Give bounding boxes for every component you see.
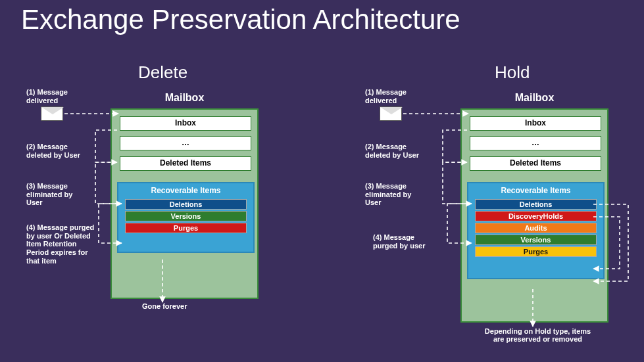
page-title: Exchange Preservation Architecture: [21, 4, 460, 35]
mailbox-panel-hold: Inbox … Deleted Items Recoverable Items …: [460, 108, 608, 323]
row-deletions-left: Deletions: [125, 199, 247, 210]
footer-depends: Depending on Hold type, items are preser…: [483, 327, 592, 343]
folder-dots-right: …: [470, 136, 601, 150]
row-purges-right: Purges: [475, 246, 597, 257]
footer-gone: Gone forever: [142, 302, 221, 310]
mailbox-label-left: Mailbox: [111, 92, 259, 104]
mailbox-panel-delete: Inbox … Deleted Items Recoverable Items …: [111, 108, 259, 299]
folder-deleted-right: Deleted Items: [470, 156, 601, 171]
label-2-left: (2) Message deleted by User: [26, 143, 86, 159]
folder-deleted-left: Deleted Items: [120, 156, 251, 171]
row-purges-left: Purges: [125, 223, 247, 233]
label-2-right: (2) Message deleted by User: [365, 143, 424, 159]
mailbox-label-right: Mailbox: [460, 92, 608, 104]
envelope-icon-left: [41, 106, 63, 121]
label-1-left: (1) Message delivered: [26, 88, 79, 104]
folder-inbox-right: Inbox: [470, 116, 601, 131]
recoverable-container-right: Recoverable Items Deletions DiscoveryHol…: [467, 182, 605, 279]
label-4-left: (4) Message purged by user Or Deleted It…: [26, 223, 99, 265]
label-3-right: (3) Message eliminated by User: [365, 182, 424, 207]
row-audits-right: Audits: [475, 223, 597, 233]
row-versions-left: Versions: [125, 211, 247, 221]
label-3-left: (3) Message eliminated by User: [26, 182, 86, 207]
envelope-icon-right: [380, 106, 402, 121]
label-4-right: (4) Message purged by user: [373, 233, 432, 250]
label-1-right: (1) Message delivered: [365, 88, 418, 104]
row-versions-right: Versions: [475, 235, 597, 245]
row-discovery-right: DiscoveryHolds: [475, 211, 597, 221]
row-deletions-right: Deletions: [475, 199, 597, 210]
folder-dots-left: …: [120, 136, 251, 150]
hold-heading: Hold: [495, 62, 530, 83]
folder-inbox-left: Inbox: [120, 116, 251, 131]
delete-heading: Delete: [138, 62, 187, 83]
recoverable-container-left: Recoverable Items Deletions Versions Pur…: [117, 182, 255, 253]
recoverable-title-left: Recoverable Items: [118, 183, 253, 198]
recoverable-title-right: Recoverable Items: [468, 183, 603, 198]
